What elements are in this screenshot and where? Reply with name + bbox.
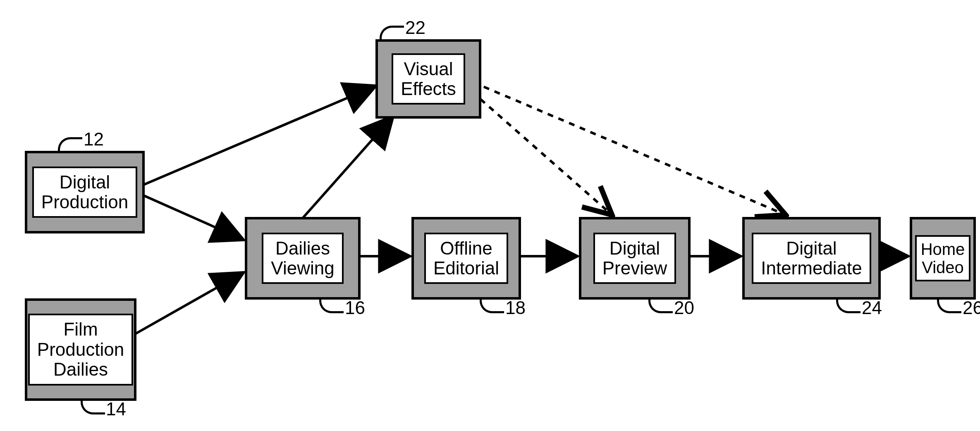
edge-digitalproduction-visualeffects	[143, 86, 375, 185]
ref-hook-12	[58, 137, 82, 152]
node-dailies-viewing-label: Dailies Viewing	[262, 233, 343, 284]
node-film-production-dailies-label: Film Production Dailies	[28, 314, 133, 385]
ref-hook-18	[480, 299, 504, 313]
ref-hook-20	[648, 299, 673, 313]
ref-16: 16	[345, 298, 365, 318]
ref-hook-16	[319, 299, 344, 313]
edges-layer	[0, 0, 980, 431]
node-film-production-dailies: Film Production Dailies	[25, 298, 136, 401]
ref-26: 26	[963, 298, 980, 318]
workflow-diagram: Visual Effects 22 Digital Production 12 …	[0, 0, 980, 431]
node-digital-preview: Digital Preview	[579, 217, 691, 300]
ref-18: 18	[505, 298, 526, 318]
ref-20: 20	[674, 298, 694, 318]
ref-hook-26	[937, 299, 961, 313]
edge-visualeffects-preview-dashed	[480, 99, 612, 215]
node-digital-intermediate-label: Digital Intermediate	[752, 233, 871, 284]
node-offline-editorial-label: Offline Editorial	[424, 233, 508, 284]
node-digital-production-label: Digital Production	[32, 167, 137, 218]
edge-dailies-visualeffects	[302, 117, 393, 219]
ref-hook-22	[380, 26, 404, 40]
edge-visualeffects-intermediate-dashed	[484, 87, 786, 215]
node-home-video: Home Video	[910, 217, 976, 300]
ref-12: 12	[84, 129, 104, 150]
ref-24: 24	[862, 298, 882, 318]
node-digital-preview-label: Digital Preview	[593, 233, 676, 284]
node-visual-effects: Visual Effects	[375, 39, 481, 119]
node-digital-production: Digital Production	[25, 151, 145, 233]
node-home-video-label: Home Video	[915, 235, 971, 281]
edge-digitalproduction-dailies	[143, 195, 243, 240]
ref-22: 22	[405, 17, 425, 38]
node-visual-effects-label: Visual Effects	[392, 53, 465, 105]
ref-hook-24	[836, 299, 860, 313]
ref-14: 14	[106, 399, 126, 419]
node-dailies-viewing: Dailies Viewing	[245, 217, 361, 300]
node-offline-editorial: Offline Editorial	[411, 217, 521, 300]
edge-filmproduction-dailies	[132, 273, 243, 336]
ref-hook-14	[81, 400, 105, 414]
node-digital-intermediate: Digital Intermediate	[742, 217, 881, 300]
